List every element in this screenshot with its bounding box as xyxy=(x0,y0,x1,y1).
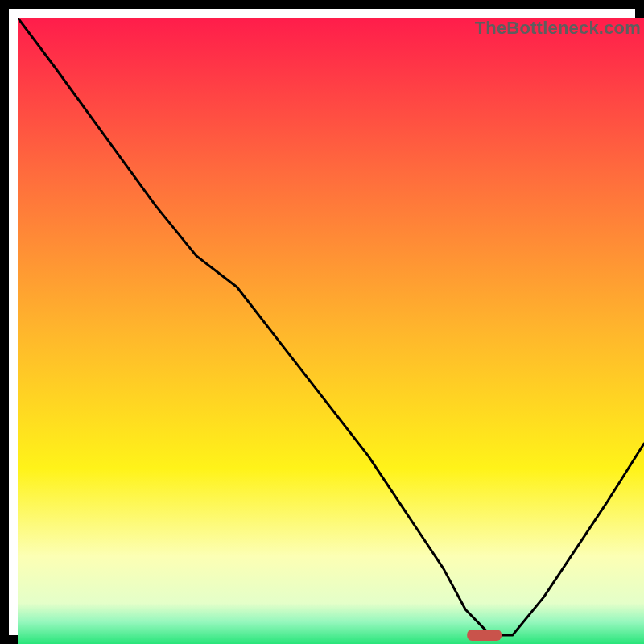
plot-area: TheBottleneck.com xyxy=(18,18,644,644)
gradient-background xyxy=(18,18,644,644)
watermark-text: TheBottleneck.com xyxy=(475,18,641,39)
optimal-marker xyxy=(467,630,502,641)
chart-frame: TheBottleneck.com xyxy=(0,0,644,644)
chart-canvas xyxy=(18,18,644,644)
